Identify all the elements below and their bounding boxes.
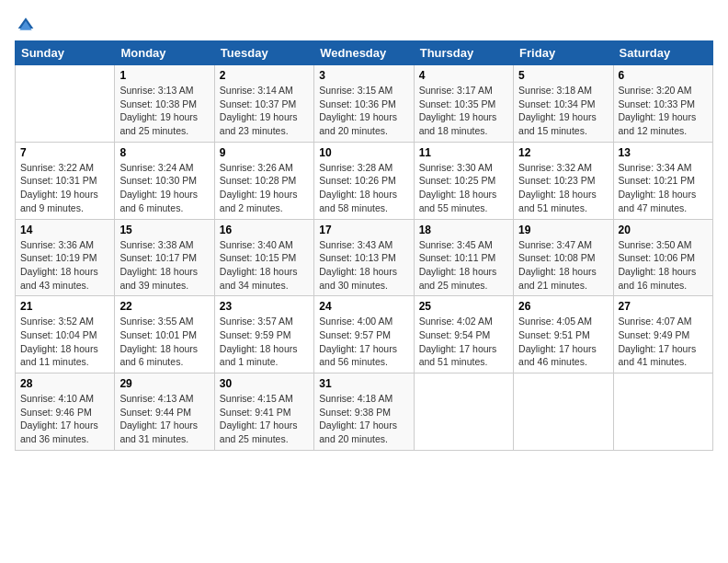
day-number: 5 [518, 69, 608, 82]
cell-details: Sunrise: 4:05 AMSunset: 9:51 PMDaylight:… [518, 316, 597, 367]
calendar-cell: 22 Sunrise: 3:55 AMSunset: 10:01 PMDayli… [115, 296, 214, 373]
cell-details: Sunrise: 3:50 AMSunset: 10:06 PMDaylight… [619, 239, 697, 291]
calendar-cell: 16 Sunrise: 3:40 AMSunset: 10:15 PMDayli… [214, 219, 313, 296]
calendar-cell: 10 Sunrise: 3:28 AMSunset: 10:26 PMDayli… [314, 142, 414, 219]
day-number: 4 [419, 69, 508, 82]
day-number: 30 [220, 377, 309, 390]
cell-details: Sunrise: 3:55 AMSunset: 10:01 PMDaylight… [119, 316, 198, 367]
weekday-header-thursday: Thursday [414, 41, 513, 65]
weekday-header-tuesday: Tuesday [214, 41, 313, 65]
day-number: 14 [20, 224, 109, 236]
cell-details: Sunrise: 3:57 AMSunset: 9:59 PMDaylight:… [220, 316, 298, 367]
calendar-cell: 18 Sunrise: 3:45 AMSunset: 10:11 PMDayli… [414, 219, 513, 296]
week-row-4: 21 Sunrise: 3:52 AMSunset: 10:04 PMDayli… [16, 296, 713, 373]
cell-details: Sunrise: 4:13 AMSunset: 9:44 PMDaylight:… [119, 393, 198, 444]
cell-details: Sunrise: 3:38 AMSunset: 10:17 PMDaylight… [119, 239, 198, 291]
week-row-5: 28 Sunrise: 4:10 AMSunset: 9:46 PMDaylig… [16, 373, 713, 451]
day-number: 15 [119, 224, 209, 236]
cell-details: Sunrise: 3:34 AMSunset: 10:21 PMDaylight… [619, 162, 697, 213]
day-number: 27 [619, 300, 708, 313]
calendar-cell: 14 Sunrise: 3:36 AMSunset: 10:19 PMDayli… [16, 219, 115, 296]
cell-details: Sunrise: 3:40 AMSunset: 10:15 PMDaylight… [220, 239, 298, 291]
calendar-table: SundayMondayTuesdayWednesdayThursdayFrid… [15, 40, 713, 451]
cell-details: Sunrise: 3:20 AMSunset: 10:33 PMDaylight… [619, 85, 697, 136]
calendar-cell: 13 Sunrise: 3:34 AMSunset: 10:21 PMDayli… [613, 142, 712, 219]
calendar-cell: 4 Sunrise: 3:17 AMSunset: 10:35 PMDaylig… [414, 65, 513, 143]
calendar-cell: 20 Sunrise: 3:50 AMSunset: 10:06 PMDayli… [613, 219, 712, 296]
day-number: 29 [119, 377, 209, 390]
day-number: 21 [20, 300, 109, 313]
calendar-cell: 26 Sunrise: 4:05 AMSunset: 9:51 PMDaylig… [514, 296, 613, 373]
weekday-header-row: SundayMondayTuesdayWednesdayThursdayFrid… [16, 41, 713, 65]
page-header [15, 15, 713, 33]
calendar-cell: 9 Sunrise: 3:26 AMSunset: 10:28 PMDaylig… [214, 142, 313, 219]
day-number: 11 [419, 146, 508, 159]
week-row-3: 14 Sunrise: 3:36 AMSunset: 10:19 PMDayli… [16, 219, 713, 296]
day-number: 28 [20, 377, 109, 390]
cell-details: Sunrise: 3:47 AMSunset: 10:08 PMDaylight… [518, 239, 597, 291]
day-number: 24 [319, 300, 408, 313]
calendar-cell: 7 Sunrise: 3:22 AMSunset: 10:31 PMDaylig… [16, 142, 115, 219]
cell-details: Sunrise: 4:00 AMSunset: 9:57 PMDaylight:… [319, 316, 397, 367]
calendar-cell: 31 Sunrise: 4:18 AMSunset: 9:38 PMDaylig… [314, 373, 414, 451]
cell-details: Sunrise: 3:24 AMSunset: 10:30 PMDaylight… [119, 162, 198, 213]
day-number: 7 [20, 146, 109, 159]
calendar-cell: 8 Sunrise: 3:24 AMSunset: 10:30 PMDaylig… [115, 142, 214, 219]
weekday-header-monday: Monday [115, 41, 214, 65]
calendar-cell: 28 Sunrise: 4:10 AMSunset: 9:46 PMDaylig… [16, 373, 115, 451]
day-number: 10 [319, 146, 408, 159]
calendar-cell: 19 Sunrise: 3:47 AMSunset: 10:08 PMDayli… [514, 219, 613, 296]
day-number: 16 [220, 224, 309, 236]
calendar-cell: 2 Sunrise: 3:14 AMSunset: 10:37 PMDaylig… [214, 65, 313, 143]
calendar-cell: 12 Sunrise: 3:32 AMSunset: 10:23 PMDayli… [514, 142, 613, 219]
cell-details: Sunrise: 4:18 AMSunset: 9:38 PMDaylight:… [319, 393, 397, 444]
day-number: 13 [619, 146, 708, 159]
cell-details: Sunrise: 3:18 AMSunset: 10:34 PMDaylight… [518, 85, 597, 136]
calendar-cell: 3 Sunrise: 3:15 AMSunset: 10:36 PMDaylig… [314, 65, 414, 143]
day-number: 17 [319, 224, 408, 236]
cell-details: Sunrise: 3:22 AMSunset: 10:31 PMDaylight… [20, 162, 98, 213]
cell-details: Sunrise: 3:32 AMSunset: 10:23 PMDaylight… [518, 162, 597, 213]
logo [15, 15, 35, 33]
day-number: 26 [518, 300, 608, 313]
day-number: 22 [119, 300, 209, 313]
logo-icon [17, 15, 35, 33]
day-number: 25 [419, 300, 508, 313]
day-number: 20 [619, 224, 708, 236]
cell-details: Sunrise: 3:15 AMSunset: 10:36 PMDaylight… [319, 85, 397, 136]
calendar-cell: 21 Sunrise: 3:52 AMSunset: 10:04 PMDayli… [16, 296, 115, 373]
calendar-cell: 29 Sunrise: 4:13 AMSunset: 9:44 PMDaylig… [115, 373, 214, 451]
calendar-cell: 17 Sunrise: 3:43 AMSunset: 10:13 PMDayli… [314, 219, 414, 296]
day-number: 23 [220, 300, 309, 313]
calendar-cell: 15 Sunrise: 3:38 AMSunset: 10:17 PMDayli… [115, 219, 214, 296]
cell-details: Sunrise: 3:45 AMSunset: 10:11 PMDaylight… [419, 239, 497, 291]
day-number: 12 [518, 146, 608, 159]
day-number: 2 [220, 69, 309, 82]
day-number: 18 [419, 224, 508, 236]
weekday-header-friday: Friday [514, 41, 613, 65]
cell-details: Sunrise: 4:10 AMSunset: 9:46 PMDaylight:… [20, 393, 98, 444]
weekday-header-wednesday: Wednesday [314, 41, 414, 65]
calendar-cell: 24 Sunrise: 4:00 AMSunset: 9:57 PMDaylig… [314, 296, 414, 373]
calendar-cell [16, 65, 115, 143]
cell-details: Sunrise: 3:26 AMSunset: 10:28 PMDaylight… [220, 162, 298, 213]
calendar-cell: 25 Sunrise: 4:02 AMSunset: 9:54 PMDaylig… [414, 296, 513, 373]
week-row-2: 7 Sunrise: 3:22 AMSunset: 10:31 PMDaylig… [16, 142, 713, 219]
calendar-cell [514, 373, 613, 451]
calendar-cell: 6 Sunrise: 3:20 AMSunset: 10:33 PMDaylig… [613, 65, 712, 143]
calendar-cell: 5 Sunrise: 3:18 AMSunset: 10:34 PMDaylig… [514, 65, 613, 143]
calendar-cell: 27 Sunrise: 4:07 AMSunset: 9:49 PMDaylig… [613, 296, 712, 373]
cell-details: Sunrise: 3:17 AMSunset: 10:35 PMDaylight… [419, 85, 497, 136]
day-number: 19 [518, 224, 608, 236]
cell-details: Sunrise: 3:52 AMSunset: 10:04 PMDaylight… [20, 316, 98, 367]
cell-details: Sunrise: 3:36 AMSunset: 10:19 PMDaylight… [20, 239, 98, 291]
weekday-header-saturday: Saturday [613, 41, 712, 65]
calendar-cell: 30 Sunrise: 4:15 AMSunset: 9:41 PMDaylig… [214, 373, 313, 451]
day-number: 1 [119, 69, 209, 82]
calendar-cell [414, 373, 513, 451]
cell-details: Sunrise: 4:15 AMSunset: 9:41 PMDaylight:… [220, 393, 298, 444]
day-number: 3 [319, 69, 408, 82]
cell-details: Sunrise: 4:07 AMSunset: 9:49 PMDaylight:… [619, 316, 697, 367]
day-number: 6 [619, 69, 708, 82]
calendar-cell: 11 Sunrise: 3:30 AMSunset: 10:25 PMDayli… [414, 142, 513, 219]
